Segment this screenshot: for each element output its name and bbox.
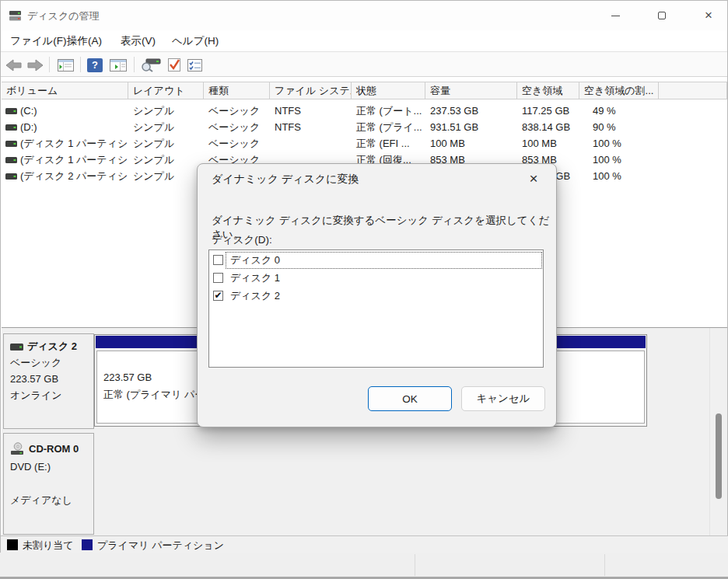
cdrom-panel[interactable]: CD-ROM 0 DVD (E:) メディアなし: [3, 433, 94, 535]
cell-capacity: 237.53 GB: [425, 103, 517, 119]
cell-status: 正常 (EFI ...: [352, 135, 425, 152]
cell-type: ベーシック: [204, 119, 270, 135]
divider: [604, 554, 605, 576]
checkbox-unchecked-icon[interactable]: [213, 255, 223, 265]
header-free-space[interactable]: 空き領域: [517, 82, 579, 99]
checklist-icon: [187, 58, 203, 72]
checkbox-checked-icon[interactable]: ✔: [213, 291, 223, 301]
help-button[interactable]: ?: [86, 57, 104, 73]
cell-status: 正常 (プライ...: [352, 119, 425, 135]
cell-layout: シンプル: [128, 119, 204, 135]
table-row[interactable]: (ディスク 1 パーティショ... シンプル ベーシック 正常 (EFI ...…: [2, 135, 727, 152]
background-strip: [0, 553, 728, 579]
forward-button[interactable]: [26, 57, 44, 73]
legend-bar: 未割り当て プライマリ パーティション: [1, 535, 728, 553]
toolbar: ?: [1, 51, 727, 77]
unallocated-swatch: [7, 539, 18, 550]
disk0-label: ディスク 0: [230, 252, 280, 269]
cell-fs: [270, 135, 352, 152]
divider: [415, 554, 415, 576]
menu-file[interactable]: ファイル(F): [7, 33, 70, 49]
cdrom-drive: DVD (E:): [10, 459, 93, 475]
disks-label: ディスク(D):: [212, 233, 272, 247]
list-item-disk2[interactable]: ✔ ディスク 2: [209, 288, 543, 305]
console-tree-button[interactable]: [56, 57, 75, 73]
app-icon: [9, 9, 22, 22]
cdrom-media: メディアなし: [10, 492, 93, 508]
cell-pct: 100 %: [579, 135, 659, 152]
cell-pct: 90 %: [579, 119, 659, 135]
table-row[interactable]: (C:) シンプル ベーシック NTFS 正常 (ブート... 237.53 G…: [2, 103, 727, 119]
vertical-scrollbar[interactable]: [709, 328, 725, 536]
header-status[interactable]: 状態: [352, 82, 425, 99]
menubar: ファイル(F) 操作(A) 表示(V) ヘルプ(H): [1, 30, 727, 51]
back-button[interactable]: [5, 57, 23, 73]
table-row[interactable]: (D:) シンプル ベーシック NTFS 正常 (プライ... 931.51 G…: [2, 119, 727, 135]
cell-volume: (D:): [2, 119, 128, 135]
convert-to-dynamic-disk-dialog: ダイナミック ディスクに変換 × ダイナミック ディスクに変換するベーシック デ…: [197, 163, 557, 427]
disk2-panel[interactable]: ディスク 2 ベーシック 223.57 GB オンライン: [3, 333, 94, 429]
header-empty[interactable]: [659, 82, 727, 99]
toolbar-separator: [134, 57, 135, 72]
cell-capacity: 931.51 GB: [425, 119, 517, 135]
cell-free: 838.14 GB: [517, 119, 579, 135]
cancel-button[interactable]: キャンセル: [461, 386, 545, 411]
cell-layout: シンプル: [128, 135, 204, 152]
cell-type: ベーシック: [204, 103, 270, 119]
list-item-disk0[interactable]: ディスク 0: [209, 252, 543, 269]
close-icon: ×: [705, 8, 712, 23]
minimize-button[interactable]: [597, 1, 633, 30]
cell-layout: シンプル: [128, 103, 204, 119]
scrollbar-thumb[interactable]: [716, 413, 722, 499]
legend-primary-label: プライマリ パーティション: [97, 539, 224, 553]
rescan-disks-button[interactable]: [138, 57, 162, 73]
legend-unallocated-label: 未割り当て: [23, 539, 74, 553]
cdrom-name: CD-ROM 0: [29, 443, 79, 455]
menu-help[interactable]: ヘルプ(H): [169, 33, 222, 49]
action-pane-icon: [110, 58, 127, 72]
toolbar-separator: [49, 57, 50, 72]
header-free-pct[interactable]: 空き領域の割...: [579, 82, 659, 99]
cell-fs: NTFS: [270, 119, 352, 135]
cdrom-icon: [10, 442, 25, 455]
dialog-close-button[interactable]: ×: [520, 167, 547, 190]
maximize-icon: [658, 12, 666, 19]
disk2-size: 223.57 GB: [10, 371, 93, 387]
cell-volume: (ディスク 2 パーティショ...: [2, 168, 128, 184]
cell-volume: (C:): [2, 103, 128, 119]
action-pane-button[interactable]: [108, 57, 128, 73]
cell-fs: NTFS: [270, 103, 352, 119]
volume-list-header: ボリューム レイアウト 種類 ファイル システム 状態 容量 空き領域 空き領域…: [2, 82, 727, 99]
cell-volume: (ディスク 1 パーティショ...: [2, 135, 128, 152]
disk1-label: ディスク 1: [230, 270, 280, 287]
cell-type: ベーシック: [204, 135, 270, 152]
list-item-disk1[interactable]: ディスク 1: [209, 270, 543, 287]
header-type[interactable]: 種類: [204, 82, 270, 99]
console-tree-icon: [58, 58, 74, 72]
checklist-button[interactable]: [185, 57, 204, 73]
disk2-name: ディスク 2: [27, 340, 77, 354]
header-filesystem[interactable]: ファイル システム: [270, 82, 352, 99]
header-volume[interactable]: ボリューム: [2, 82, 128, 99]
task-status-button[interactable]: [165, 57, 184, 73]
close-button[interactable]: ×: [691, 1, 726, 30]
check-document-icon: [166, 58, 182, 72]
maximize-button[interactable]: [644, 1, 680, 30]
header-layout[interactable]: レイアウト: [128, 82, 204, 99]
primary-partition-swatch: [82, 539, 93, 550]
toolbar-separator: [80, 57, 81, 72]
menu-view[interactable]: 表示(V): [117, 33, 159, 49]
dialog-title: ダイナミック ディスクに変換: [212, 173, 359, 187]
menu-action[interactable]: 操作(A): [64, 33, 105, 49]
window-title: ディスクの管理: [27, 9, 100, 23]
disk2-kind: ベーシック: [10, 354, 93, 371]
ok-button[interactable]: OK: [368, 386, 452, 411]
checkbox-unchecked-icon[interactable]: [213, 273, 223, 283]
cell-capacity: 100 MB: [425, 135, 517, 152]
cell-pct: 100 %: [579, 152, 659, 168]
cell-layout: シンプル: [128, 168, 204, 184]
disk2-label: ディスク 2: [230, 288, 280, 305]
cell-free: 117.25 GB: [517, 103, 579, 119]
header-capacity[interactable]: 容量: [425, 82, 517, 99]
cell-pct: 100 %: [579, 168, 659, 184]
